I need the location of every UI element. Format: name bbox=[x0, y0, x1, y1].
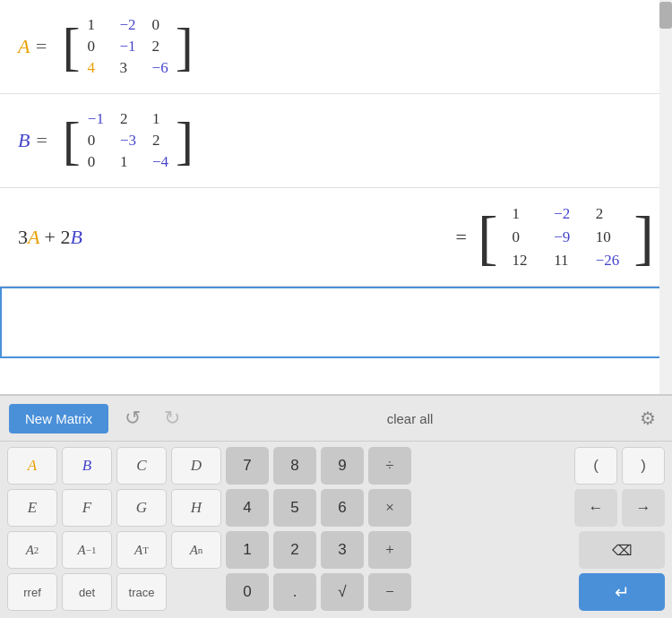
key-F[interactable]: F bbox=[62, 489, 112, 527]
key-trace[interactable]: trace bbox=[116, 573, 167, 611]
new-matrix-button[interactable]: New Matrix bbox=[9, 404, 108, 433]
key-1[interactable]: 1 bbox=[226, 531, 269, 569]
calc-toolbar: New Matrix ↺ ↻ clear all ⚙ bbox=[0, 396, 672, 442]
result-grid: 1 −2 2 0 −9 10 12 11 −26 bbox=[505, 202, 627, 273]
key-det[interactable]: det bbox=[62, 573, 112, 611]
bracket-right-result: ] bbox=[633, 207, 654, 268]
expr-label: 3A + 2B bbox=[18, 226, 82, 249]
calc-rows: A B C D 7 8 9 ÷ ( ) E F G H 4 5 6 × ← → bbox=[0, 442, 672, 618]
key-plus[interactable]: + bbox=[368, 531, 411, 569]
matrix-a-label: A = bbox=[18, 35, 47, 58]
key-Ainv[interactable]: A−1 bbox=[62, 531, 112, 569]
redo-button[interactable]: ↻ bbox=[157, 403, 187, 433]
key-rparen[interactable]: ) bbox=[622, 447, 665, 485]
bracket-left-a: [ bbox=[62, 20, 80, 73]
key-0[interactable]: 0 bbox=[226, 573, 269, 611]
key-9[interactable]: 9 bbox=[321, 447, 364, 485]
matrix-b-label: B = bbox=[18, 129, 48, 152]
key-minus[interactable]: − bbox=[368, 573, 411, 611]
bracket-left-b: [ bbox=[63, 114, 81, 167]
key-7[interactable]: 7 bbox=[226, 447, 269, 485]
key-E[interactable]: E bbox=[7, 489, 57, 527]
key-lparen[interactable]: ( bbox=[574, 447, 617, 485]
bracket-right-b: ] bbox=[176, 114, 194, 167]
key-8[interactable]: 8 bbox=[273, 447, 316, 485]
matrix-b-section: B = [ −1 2 1 0 −3 2 0 1 −4 ] bbox=[0, 94, 672, 188]
matrix-b-wrapper: [ −1 2 1 0 −3 2 0 1 −4 ] bbox=[63, 107, 194, 175]
key-A[interactable]: A bbox=[7, 447, 57, 485]
undo-button[interactable]: ↺ bbox=[117, 403, 148, 433]
calc-row-3: A2 A−1 AT An 1 2 3 + ⌫ bbox=[7, 531, 665, 569]
key-4[interactable]: 4 bbox=[226, 489, 269, 527]
key-dot[interactable]: . bbox=[273, 573, 316, 611]
input-area[interactable] bbox=[0, 287, 672, 358]
key-divide[interactable]: ÷ bbox=[368, 447, 411, 485]
calc-row-4: rref det trace 0 . √ − ↵ bbox=[7, 573, 665, 611]
scrollbar-track[interactable] bbox=[659, 0, 672, 394]
key-rref[interactable]: rref bbox=[7, 573, 57, 611]
key-times[interactable]: × bbox=[368, 489, 411, 527]
clear-all-button[interactable]: clear all bbox=[196, 411, 624, 426]
expr-section: 3A + 2B = [ 1 −2 2 0 −9 10 12 11 −26 ] bbox=[0, 188, 672, 287]
matrix-a-wrapper: [ 1 −2 0 0 −1 2 4 3 −6 ] bbox=[62, 13, 193, 81]
label-b: B bbox=[18, 129, 30, 151]
key-G[interactable]: G bbox=[116, 489, 167, 527]
key-C[interactable]: C bbox=[116, 447, 167, 485]
key-A2[interactable]: A2 bbox=[7, 531, 57, 569]
matrix-a-grid: 1 −2 0 0 −1 2 4 3 −6 bbox=[80, 13, 175, 81]
calc-row-2: E F G H 4 5 6 × ← → bbox=[7, 489, 665, 527]
matrix-b-grid: −1 2 1 0 −3 2 0 1 −4 bbox=[81, 107, 176, 175]
key-backspace[interactable]: ⌫ bbox=[579, 531, 665, 569]
key-H[interactable]: H bbox=[171, 489, 221, 527]
settings-button[interactable]: ⚙ bbox=[633, 404, 663, 433]
matrix-a-section: A = [ 1 −2 0 0 −1 2 4 3 −6 ] bbox=[0, 0, 672, 94]
key-5[interactable]: 5 bbox=[273, 489, 316, 527]
key-right[interactable]: → bbox=[622, 489, 665, 527]
bracket-right-a: ] bbox=[176, 20, 194, 73]
math-display: A = [ 1 −2 0 0 −1 2 4 3 −6 ] B = [ bbox=[0, 0, 672, 395]
key-enter[interactable]: ↵ bbox=[579, 573, 665, 611]
key-2[interactable]: 2 bbox=[273, 531, 316, 569]
key-left[interactable]: ← bbox=[574, 489, 617, 527]
expr-result: = [ 1 −2 2 0 −9 10 12 11 −26 ] bbox=[455, 202, 654, 273]
key-B[interactable]: B bbox=[62, 447, 112, 485]
calculator: New Matrix ↺ ↻ clear all ⚙ A B C D 7 8 9… bbox=[0, 395, 672, 618]
key-AT[interactable]: AT bbox=[116, 531, 167, 569]
key-3[interactable]: 3 bbox=[321, 531, 364, 569]
scrollbar-thumb[interactable] bbox=[659, 2, 672, 29]
label-a: A bbox=[18, 35, 30, 57]
calc-row-1: A B C D 7 8 9 ÷ ( ) bbox=[7, 447, 665, 485]
key-sqrt[interactable]: √ bbox=[321, 573, 364, 611]
bracket-left-result: [ bbox=[478, 207, 498, 268]
key-6[interactable]: 6 bbox=[321, 489, 364, 527]
key-D[interactable]: D bbox=[171, 447, 221, 485]
key-An[interactable]: An bbox=[171, 531, 221, 569]
equals-sign: = bbox=[455, 226, 466, 249]
